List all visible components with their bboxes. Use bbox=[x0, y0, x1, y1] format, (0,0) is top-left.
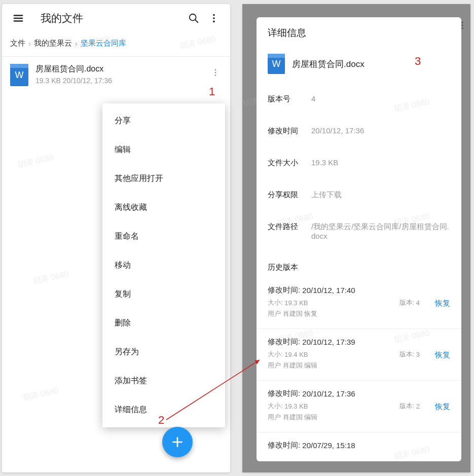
details-file: W 房屋租赁合同.docx bbox=[257, 50, 461, 83]
info-value: 上传下载 bbox=[311, 190, 450, 200]
breadcrumb-part[interactable]: 我的坚果云 bbox=[34, 39, 72, 48]
label: 版本: bbox=[399, 401, 415, 411]
menu-item-rename[interactable]: 重命名 bbox=[102, 222, 225, 251]
info-label: 版本号 bbox=[268, 94, 311, 104]
menu-item-open-with[interactable]: 其他应用打开 bbox=[102, 164, 225, 193]
value: 2 bbox=[416, 402, 420, 410]
label: 修改时间: bbox=[268, 337, 300, 347]
info-value: 4 bbox=[311, 94, 450, 103]
menu-item-edit[interactable]: 编辑 bbox=[102, 135, 225, 164]
info-value: /我的坚果云/坚果云合同库/房屋租赁合同.docx bbox=[311, 222, 450, 240]
label: 大小: bbox=[268, 401, 283, 411]
value: 肖建国 bbox=[283, 361, 303, 370]
restore-button[interactable]: 恢复 bbox=[435, 299, 450, 308]
file-more-icon[interactable] bbox=[209, 64, 222, 83]
version-item: 修改时间: 20/10/12, 17:39 大小: 19.4 KB 版本: 3 … bbox=[257, 328, 461, 380]
info-path: 文件路径 /我的坚果云/坚果云合同库/房屋租赁合同.docx bbox=[268, 211, 450, 251]
value: 19.3 KB bbox=[284, 299, 308, 307]
watermark: 胡涛 0680 bbox=[22, 386, 60, 404]
version-size: 大小: 19.4 KB 版本: 3 bbox=[268, 350, 450, 359]
breadcrumb-sep: › bbox=[75, 39, 78, 48]
page-title: 我的文件 bbox=[41, 11, 83, 25]
file-info: 房屋租赁合同.docx 19.3 KB 20/10/12, 17:36 bbox=[35, 64, 202, 85]
breadcrumb-part[interactable]: 文件 bbox=[10, 39, 25, 48]
info-label: 文件大小 bbox=[268, 158, 311, 168]
label: 修改时间: bbox=[268, 389, 300, 398]
value: 20/07/29, 15:18 bbox=[302, 441, 355, 450]
info-value: 20/10/12, 17:36 bbox=[311, 126, 450, 135]
label: 修改时间: bbox=[268, 441, 300, 450]
search-icon[interactable] bbox=[184, 8, 204, 28]
label: 用户 bbox=[268, 309, 281, 318]
value: 19.4 KB bbox=[284, 351, 308, 358]
plus-icon bbox=[171, 435, 184, 449]
menu-icon[interactable] bbox=[8, 8, 28, 28]
menu-item-copy[interactable]: 复制 bbox=[102, 280, 225, 309]
svg-point-8 bbox=[461, 22, 463, 23]
watermark: 胡涛 0680 bbox=[32, 269, 70, 287]
svg-point-2 bbox=[213, 14, 215, 16]
value: 肖建国 bbox=[283, 309, 303, 318]
details-header: 详细信息 bbox=[257, 17, 461, 50]
info-list: 版本号 4 修改时间 20/10/12, 17:36 文件大小 19.3 KB … bbox=[257, 83, 461, 251]
label: 修改时间: bbox=[268, 285, 300, 295]
svg-point-7 bbox=[215, 75, 216, 76]
left-panel: 胡涛 0680 胡涛 0680 胡涛 0680 胡涛 0680 胡涛 0680 … bbox=[2, 4, 230, 472]
label: 大小: bbox=[268, 298, 283, 307]
label: 版本: bbox=[399, 298, 415, 307]
word-doc-icon: W bbox=[268, 54, 285, 74]
menu-item-move[interactable]: 移动 bbox=[102, 251, 225, 280]
version-item: 修改时间: 20/10/12, 17:36 大小: 19.3 KB 版本: 2 … bbox=[257, 380, 461, 432]
value: 20/10/12, 17:39 bbox=[302, 338, 355, 346]
word-doc-icon: W bbox=[10, 64, 28, 86]
info-label: 分享权限 bbox=[268, 190, 311, 200]
file-name: 房屋租赁合同.docx bbox=[35, 64, 202, 75]
info-mtime: 修改时间 20/10/12, 17:36 bbox=[268, 115, 450, 147]
context-menu: 分享 编辑 其他应用打开 离线收藏 重命名 移动 复制 删除 另存为 添加书签 … bbox=[102, 103, 225, 427]
action: 恢复 bbox=[304, 309, 317, 318]
info-version: 版本号 4 bbox=[268, 83, 450, 115]
svg-point-9 bbox=[461, 24, 463, 26]
info-label: 修改时间 bbox=[268, 126, 311, 136]
breadcrumb[interactable]: 文件 › 我的坚果云 › 坚果云合同库 bbox=[2, 32, 230, 57]
info-perm: 分享权限 上传下载 bbox=[268, 179, 450, 211]
version-size: 大小: 19.3 KB 版本: 2 bbox=[268, 401, 450, 411]
info-size: 文件大小 19.3 KB bbox=[268, 147, 450, 179]
version-time: 修改时间: 20/07/29, 15:18 bbox=[268, 441, 450, 450]
svg-point-4 bbox=[213, 21, 215, 23]
version-user: 用户 肖建国 编辑 bbox=[268, 361, 450, 370]
restore-button[interactable]: 恢复 bbox=[435, 402, 450, 412]
watermark: 胡涛 0680 bbox=[17, 153, 55, 171]
menu-item-share[interactable]: 分享 bbox=[102, 106, 225, 135]
menu-item-save-as[interactable]: 另存为 bbox=[102, 338, 225, 367]
info-label: 文件路径 bbox=[268, 222, 311, 232]
more-icon[interactable] bbox=[204, 8, 224, 28]
svg-point-6 bbox=[215, 72, 216, 74]
file-meta: 19.3 KB 20/10/12, 17:36 bbox=[35, 77, 202, 85]
details-filename: 房屋租赁合同.docx bbox=[292, 58, 364, 70]
add-fab[interactable] bbox=[162, 427, 193, 457]
version-item: 修改时间: 20/10/12, 17:40 大小: 19.3 KB 版本: 4 … bbox=[257, 277, 461, 328]
restore-button[interactable]: 恢复 bbox=[435, 350, 450, 360]
menu-item-delete[interactable]: 删除 bbox=[102, 309, 225, 338]
svg-point-5 bbox=[215, 69, 216, 70]
app-header: 我的文件 bbox=[2, 4, 230, 32]
label: 版本: bbox=[399, 350, 415, 359]
label: 用户 bbox=[268, 361, 281, 370]
info-value: 19.3 KB bbox=[311, 158, 450, 167]
menu-item-details[interactable]: 详细信息 bbox=[102, 395, 225, 424]
breadcrumb-current: 坚果云合同库 bbox=[81, 39, 126, 48]
label: 用户 bbox=[268, 413, 281, 422]
version-list[interactable]: 修改时间: 20/10/12, 17:40 大小: 19.3 KB 版本: 4 … bbox=[257, 277, 461, 461]
svg-point-3 bbox=[213, 17, 215, 19]
version-time: 修改时间: 20/10/12, 17:36 bbox=[268, 389, 450, 398]
menu-item-offline[interactable]: 离线收藏 bbox=[102, 193, 225, 222]
version-user: 用户 肖建国 编辑 bbox=[268, 413, 450, 422]
label: 大小: bbox=[268, 350, 283, 359]
value: 19.3 KB bbox=[284, 402, 308, 410]
menu-item-bookmark[interactable]: 添加书签 bbox=[102, 367, 225, 395]
right-panel: 胡涛 0680 胡涛 0680 胡涛 0680 胡涛 0680 胡涛 0680 … bbox=[242, 4, 470, 472]
version-time: 修改时间: 20/10/12, 17:40 bbox=[268, 285, 450, 295]
file-row[interactable]: W 房屋租赁合同.docx 19.3 KB 20/10/12, 17:36 bbox=[2, 57, 230, 93]
value: 肖建国 bbox=[283, 413, 303, 422]
